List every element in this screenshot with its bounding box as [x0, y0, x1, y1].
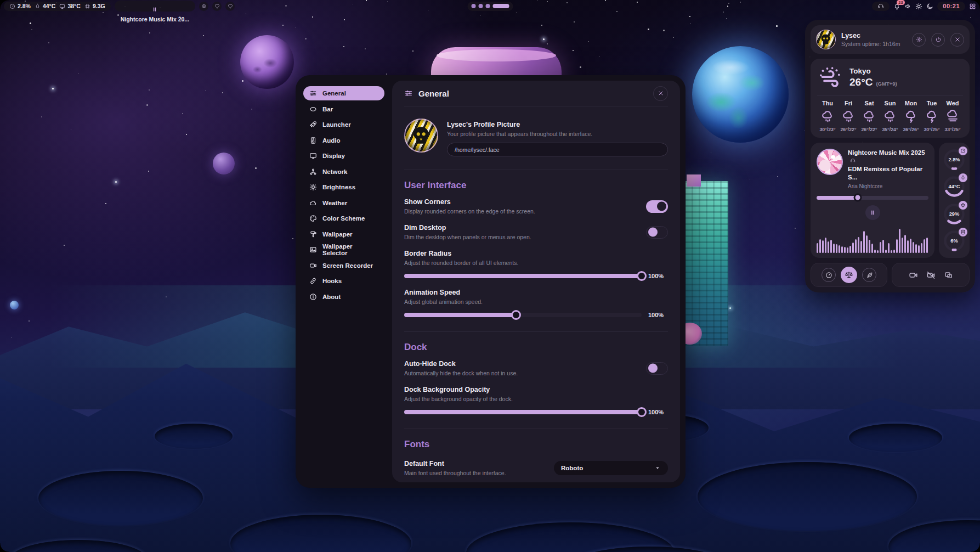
sidebar-item-color-scheme[interactable]: Color Scheme — [303, 211, 384, 226]
media-player-card: Nightcore Music Mix 2025 EDM Remixes of … — [811, 143, 934, 258]
pause-button[interactable] — [865, 205, 880, 220]
rain-icon — [842, 110, 856, 123]
workspaces-indicator[interactable] — [467, 2, 513, 11]
night-light-icon[interactable] — [926, 3, 933, 10]
dock-opacity-slider[interactable] — [404, 410, 642, 414]
sidebar-item-wallpaper-selector[interactable]: Wallpaper Selector — [303, 243, 384, 257]
stat-flame: 44°C — [35, 3, 55, 9]
profile-desc: Your profile picture that appears throug… — [447, 131, 668, 137]
profile-section: Lysec's Profile Picture Your profile pic… — [404, 119, 668, 156]
sidebar-item-general[interactable]: General — [303, 86, 384, 100]
border-radius-slider[interactable] — [404, 274, 642, 278]
sidebar-item-audio[interactable]: Audio — [303, 133, 384, 148]
power-button[interactable] — [931, 33, 945, 47]
close-icon — [954, 36, 961, 43]
sidebar-item-weather[interactable]: Weather — [303, 196, 384, 210]
sliders-icon — [404, 89, 413, 98]
sidebar-item-network[interactable]: Network — [303, 165, 384, 179]
sidebar-item-label: Network — [322, 168, 347, 175]
select-value: Roboto — [561, 465, 583, 471]
track-progress-slider[interactable] — [817, 196, 928, 200]
topbar-media-label: Nightcore Music Mix 20... — [121, 16, 189, 22]
bot-button[interactable] — [199, 2, 208, 11]
pixel-tower — [684, 181, 728, 346]
close-icon — [658, 90, 664, 97]
user-card: Lysec System uptime: 1h16m — [811, 25, 970, 54]
sidebar-item-brightness[interactable]: Brightness — [303, 180, 384, 194]
window-capture-button[interactable] — [944, 271, 953, 280]
profile-avatar[interactable] — [404, 119, 438, 153]
workspace-active[interactable] — [492, 4, 509, 8]
system-stats-pill[interactable]: 2.8%44°C38°C9.3G — [4, 2, 111, 11]
like-button[interactable] — [225, 2, 235, 11]
sidebar-item-label: Color Scheme — [322, 215, 365, 222]
flame-icon — [960, 175, 966, 181]
system-gauges-card: 2.8%44°C29%6% — [939, 143, 970, 258]
power-profile-performance[interactable] — [822, 268, 836, 282]
animation-speed-slider[interactable] — [404, 313, 642, 317]
workspace-dot[interactable] — [485, 4, 490, 8]
brightness-icon[interactable] — [915, 3, 922, 10]
stat-monitor: 38°C — [59, 3, 80, 9]
sidebar-item-label: Audio — [322, 137, 341, 144]
weather-city: Tokyo — [849, 67, 897, 75]
quick-actions-card — [892, 263, 970, 287]
settings-close-button[interactable] — [653, 86, 668, 101]
rain-icon — [821, 110, 835, 123]
power-profile-power-saver[interactable] — [862, 268, 876, 282]
control-panel: Lysec System uptime: 1h16m Tokyo 26°C (G… — [805, 20, 975, 292]
setting-desc: Dim the desktop when panels or menus are… — [404, 234, 531, 240]
power-profile-balanced[interactable] — [841, 267, 857, 283]
workspace-dot[interactable] — [471, 4, 475, 8]
sidebar-item-wallpaper[interactable]: Wallpaper — [303, 227, 384, 241]
auto-hide-dock-toggle[interactable] — [646, 362, 668, 375]
leaf-icon — [866, 272, 873, 279]
planet-purple — [240, 35, 294, 89]
bot-icon — [201, 3, 207, 9]
profile-heading: Lysec's Profile Picture — [447, 121, 668, 128]
sidebar-item-screen-recorder[interactable]: Screen Recorder — [303, 258, 384, 273]
profile-path-input[interactable] — [447, 143, 668, 156]
favorite-button[interactable] — [212, 2, 222, 11]
settings-button[interactable] — [912, 33, 926, 47]
notifications-button[interactable]: 23 — [893, 3, 900, 10]
sidebar-item-hooks[interactable]: Hooks — [303, 274, 384, 288]
sidebar-item-label: Bar — [322, 106, 333, 112]
audio-icon — [309, 137, 317, 144]
sidebar-item-bar[interactable]: Bar — [303, 102, 384, 116]
divider — [404, 429, 668, 429]
setting-row-dock-opacity: Dock Background Opacity Adjust the backg… — [404, 386, 668, 415]
gauge-speedometer: 2.8% — [943, 148, 966, 171]
pixel-tower-top — [687, 174, 701, 187]
sidebar-item-about[interactable]: About — [303, 290, 384, 304]
forecast-day-tue: Tue30°/25° — [921, 100, 942, 132]
planet-small — [213, 153, 235, 174]
sidebar-item-display[interactable]: Display — [303, 149, 384, 163]
planet-earth — [692, 46, 789, 143]
setting-desc: Main font used throughout the interface. — [404, 470, 506, 476]
scales-icon — [845, 271, 853, 279]
setting-label: Default Font — [404, 460, 506, 467]
setting-row-show-corners: Show Corners Display rounded corners on … — [404, 198, 668, 215]
desktop: 2.8%44°C38°C9.3G Nightcore Music Mix 20.… — [0, 0, 980, 552]
notification-badge: 23 — [897, 0, 904, 5]
camera-off-button[interactable] — [926, 271, 936, 280]
volume-icon[interactable] — [904, 3, 911, 10]
show-corners-toggle[interactable] — [646, 200, 668, 213]
slider-value: 100% — [648, 409, 668, 415]
topbar-media-pill[interactable]: Nightcore Music Mix 20... — [115, 1, 195, 12]
tray-pill[interactable] — [872, 2, 890, 11]
screen-record-button[interactable] — [909, 271, 918, 280]
sidebar-item-label: About — [322, 294, 341, 300]
divider — [404, 170, 668, 170]
panel-close-button[interactable] — [950, 33, 964, 47]
clock[interactable]: 00:21 — [937, 2, 965, 11]
rocket-icon — [309, 121, 317, 128]
workspace-dot[interactable] — [478, 4, 483, 8]
sidebar-item-launcher[interactable]: Launcher — [303, 117, 384, 132]
audio-visualizer — [817, 228, 928, 253]
dim-desktop-toggle[interactable] — [646, 226, 668, 239]
image-icon — [309, 246, 317, 254]
forecast-day-thu: Thu30°/23° — [817, 100, 838, 132]
default-font-select[interactable]: Roboto — [554, 461, 668, 475]
